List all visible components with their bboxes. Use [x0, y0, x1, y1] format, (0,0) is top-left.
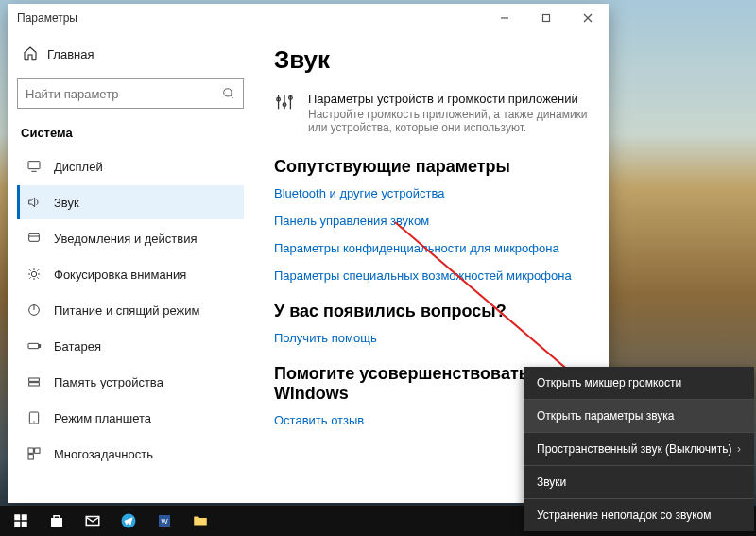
minimize-button[interactable] [484, 4, 525, 32]
search-box[interactable] [17, 78, 244, 109]
sidebar-item-sound[interactable]: Звук [17, 185, 244, 219]
battery-icon [26, 337, 43, 354]
svg-text:W: W [161, 517, 168, 526]
svg-rect-1 [543, 15, 550, 22]
notification-icon [26, 230, 43, 247]
svg-rect-32 [14, 522, 20, 527]
link-microphone-accessibility[interactable]: Параметры специальных возможностей микро… [274, 268, 588, 283]
svg-rect-30 [14, 514, 20, 520]
window-title: Параметры [17, 11, 77, 25]
svg-rect-16 [29, 378, 40, 381]
display-icon [26, 158, 43, 175]
sidebar-item-power[interactable]: Питание и спящий режим [17, 293, 244, 327]
ctx-open-sound-settings[interactable]: Открыть параметры звука [524, 400, 754, 432]
sidebar-item-label: Режим планшета [54, 411, 151, 425]
pref-title: Параметры устройств и громкости приложен… [308, 92, 588, 106]
sound-context-menu: Открыть микшер громкости Открыть парамет… [524, 367, 754, 531]
word-icon[interactable]: W [147, 506, 181, 536]
home-label: Главная [47, 47, 94, 61]
sidebar-item-label: Фокусировка внимания [54, 268, 186, 282]
sidebar-item-label: Звук [54, 196, 79, 210]
svg-rect-9 [29, 233, 40, 241]
page-title: Звук [274, 45, 588, 75]
sidebar-item-display[interactable]: Дисплей [17, 149, 244, 183]
svg-rect-33 [22, 522, 27, 527]
home-button[interactable]: Главная [17, 38, 244, 71]
sidebar-item-label: Дисплей [54, 160, 103, 174]
settings-window: Параметры Главная Система Дисплей [8, 4, 609, 503]
svg-rect-22 [28, 455, 33, 459]
chevron-right-icon: › [737, 442, 741, 456]
sidebar-item-label: Уведомления и действия [54, 232, 198, 246]
section-title: Система [21, 126, 244, 140]
multitask-icon [26, 445, 43, 462]
svg-marker-8 [29, 198, 35, 206]
sidebar-item-label: Память устройства [54, 375, 163, 389]
link-microphone-privacy[interactable]: Параметры конфиденциальности для микрофо… [274, 241, 588, 255]
svg-rect-14 [28, 343, 39, 348]
svg-rect-20 [28, 448, 33, 453]
link-sound-control-panel[interactable]: Панель управления звуком [274, 214, 588, 228]
help-heading: У вас появились вопросы? [274, 302, 588, 321]
sound-icon [26, 194, 43, 211]
ctx-sounds[interactable]: Звуки [524, 466, 754, 498]
svg-rect-15 [39, 345, 40, 348]
svg-rect-34 [51, 518, 62, 527]
sidebar-item-battery[interactable]: Батарея [17, 329, 244, 363]
sidebar-item-label: Питание и спящий режим [54, 303, 199, 318]
storage-icon [26, 373, 43, 390]
ctx-open-mixer[interactable]: Открыть микшер громкости [524, 367, 754, 399]
svg-rect-17 [29, 383, 40, 386]
sidebar-item-label: Батарея [54, 339, 101, 354]
sliders-icon [274, 92, 295, 115]
mail-icon[interactable] [76, 506, 110, 536]
svg-rect-21 [35, 448, 40, 453]
svg-line-5 [231, 95, 233, 98]
start-button[interactable] [4, 506, 38, 536]
svg-rect-31 [22, 514, 27, 520]
svg-rect-6 [28, 162, 40, 169]
pref-desc: Настройте громкость приложений, а также … [308, 108, 588, 134]
sidebar-item-multitask[interactable]: Многозадачность [17, 437, 244, 471]
link-get-help[interactable]: Получить помощь [274, 331, 588, 345]
sidebar-item-tablet[interactable]: Режим планшета [17, 401, 244, 435]
ctx-spatial-sound[interactable]: Пространственный звук (Выключить)› [524, 433, 754, 465]
svg-point-4 [224, 89, 232, 96]
sidebar-item-storage[interactable]: Память устройства [17, 365, 244, 399]
ctx-troubleshoot[interactable]: Устранение неполадок со звуком [524, 499, 754, 531]
tablet-icon [26, 409, 43, 426]
svg-point-11 [31, 271, 36, 276]
search-input[interactable] [18, 87, 215, 101]
link-bluetooth[interactable]: Bluetooth и другие устройства [274, 186, 588, 200]
sidebar-item-label: Многозадачность [54, 447, 153, 461]
sidebar-item-focus[interactable]: Фокусировка внимания [17, 257, 244, 291]
titlebar: Параметры [8, 4, 609, 32]
explorer-icon[interactable] [183, 506, 217, 536]
home-icon [23, 45, 38, 63]
focus-icon [26, 266, 43, 283]
power-icon [26, 302, 43, 319]
sidebar-item-notifications[interactable]: Уведомления и действия [17, 221, 244, 255]
close-button[interactable] [567, 4, 609, 32]
maximize-button[interactable] [525, 4, 567, 32]
store-icon[interactable] [40, 506, 74, 536]
app-volume-pref[interactable]: Параметры устройств и громкости приложен… [274, 92, 588, 134]
telegram-icon[interactable] [112, 506, 146, 536]
sidebar: Главная Система Дисплей Звук Уведомления… [8, 32, 253, 503]
related-heading: Сопутствующие параметры [274, 157, 588, 177]
search-icon [215, 87, 243, 100]
